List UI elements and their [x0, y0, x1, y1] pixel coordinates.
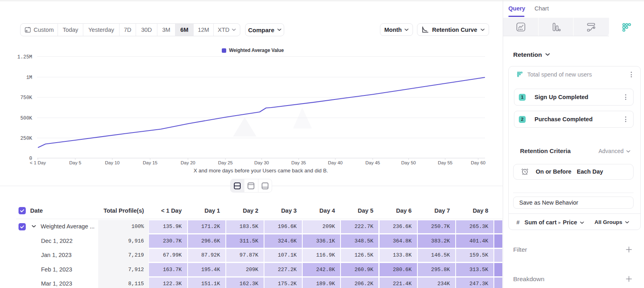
svg-text:1M: 1M [26, 75, 32, 81]
svg-text:Day 35: Day 35 [291, 160, 306, 165]
svg-text:Day 30: Day 30 [254, 160, 269, 165]
svg-text:500K: 500K [20, 116, 32, 121]
svg-text:Day 20: Day 20 [181, 160, 195, 165]
svg-text:< 1 Day: < 1 Day [30, 160, 46, 165]
svg-text:Day 25: Day 25 [218, 160, 233, 165]
svg-text:Day 60: Day 60 [471, 160, 485, 165]
svg-text:750K: 750K [20, 95, 32, 101]
svg-text:250K: 250K [20, 136, 32, 141]
svg-text:Day 15: Day 15 [143, 160, 157, 165]
svg-text:Day 45: Day 45 [365, 160, 380, 165]
svg-text:Day 50: Day 50 [401, 160, 416, 165]
svg-text:1.25M: 1.25M [17, 54, 32, 60]
svg-text:Day 10: Day 10 [105, 160, 120, 165]
svg-text:Day 40: Day 40 [328, 160, 343, 165]
svg-text:Day 55: Day 55 [438, 160, 452, 165]
svg-text:Day 5: Day 5 [69, 160, 81, 165]
svg-text:X and more days before your Us: X and more days before your Users came b… [194, 168, 328, 174]
